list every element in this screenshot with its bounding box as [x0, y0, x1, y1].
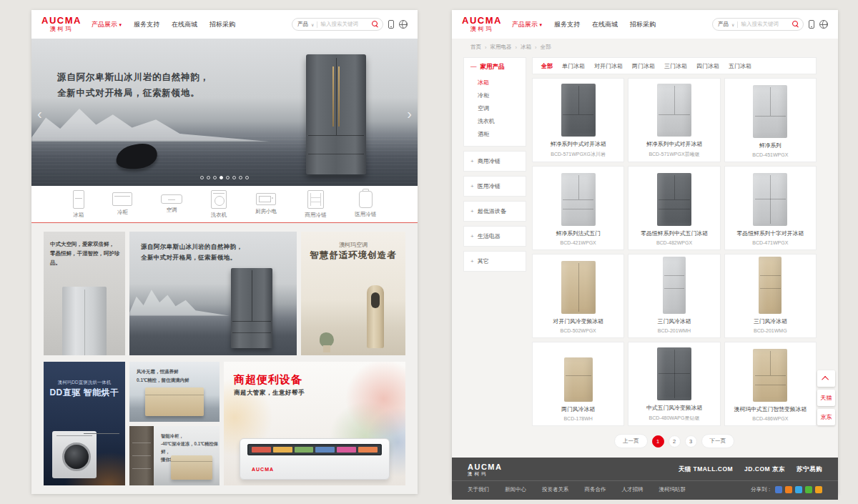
nav-products[interactable]: 产品展示 ▾	[92, 20, 122, 29]
mobile-icon[interactable]	[809, 20, 814, 29]
carousel-dot-active[interactable]	[220, 176, 223, 179]
breadcrumb-all[interactable]: 全部	[541, 44, 551, 51]
category-item-aircon[interactable]: 空调	[161, 194, 182, 214]
carousel-dot[interactable]	[200, 176, 204, 179]
back-to-top-button[interactable]	[817, 370, 835, 387]
footer-link-about[interactable]: 关于我们	[468, 486, 489, 493]
promo-tile-fridge-small[interactable]: 中式大空间，爱家双倍鲜， 零晶恒鲜，干湿智控，呵护珍品。	[44, 232, 125, 355]
aucma-logo[interactable]: AUCMA 澳柯玛	[462, 16, 502, 32]
page-2-button[interactable]: 2	[669, 435, 681, 448]
footer-link-news[interactable]: 新闻中心	[505, 486, 526, 493]
product-card[interactable]: 三门风冷冰箱 BCD-201WMG	[724, 254, 817, 338]
nav-support[interactable]: 服务支持	[554, 20, 580, 29]
promo-tile-freezer[interactable]: 风冷无霜，恒温养鲜 0.1℃精控，留住满满内鲜	[129, 362, 220, 422]
filter-all[interactable]: 全部	[541, 62, 553, 70]
product-card[interactable]: 三门风冷冰箱 BCD-201WMH	[628, 254, 720, 338]
promo-tile-fridge-wide[interactable]: 源自阿尔卑斯山冰川岩的自然神韵， 全新中式对开格局，征索新领地。	[129, 232, 297, 355]
category-item-washer[interactable]: 洗衣机	[211, 190, 227, 219]
footer-logo[interactable]: AUCMA 澳柯玛	[468, 463, 502, 476]
sidebar-group-ultralow[interactable]: +超低温设备	[463, 201, 526, 222]
breadcrumb-home[interactable]: 首页	[470, 44, 481, 51]
search-input[interactable]: 产品 ∨ 输入搜索关键词	[292, 18, 383, 31]
mobile-icon[interactable]	[388, 20, 394, 29]
category-item-commercial[interactable]: 商用冷链	[305, 190, 327, 219]
nav-products[interactable]: 产品展示 ▾	[512, 20, 542, 29]
page-1-button[interactable]: 1	[652, 435, 664, 448]
search-category-select[interactable]: 产品	[297, 21, 308, 28]
product-card[interactable]: 鲜净系列中式对开冰箱 BCD-571WPGXG冰川岩	[532, 78, 624, 162]
prev-page-button[interactable]: 上一页	[614, 434, 648, 448]
next-page-button[interactable]: 下一页	[701, 434, 735, 448]
tmall-store-link[interactable]: 天猫 TMALL.COM	[679, 465, 733, 474]
carousel-dot[interactable]	[232, 176, 236, 179]
category-item-fridge[interactable]: 冰箱	[73, 190, 84, 219]
footer-link-business[interactable]: 商务合作	[585, 486, 606, 493]
float-jd-link[interactable]: 京东	[817, 409, 835, 425]
product-card[interactable]: 鲜净系列 BCD-451WPGX	[724, 78, 817, 162]
jd-store-link[interactable]: JD.COM 京东	[744, 465, 785, 474]
product-card[interactable]: 澳柯玛中式五门智慧变频冰箱 BCD-486WPGX	[724, 342, 817, 426]
search-category-select[interactable]: 产品	[718, 21, 729, 28]
product-card[interactable]: 鲜净系列法式五门 BCD-421WPGX	[532, 166, 624, 250]
float-tmall-link[interactable]: 天猫	[817, 390, 835, 406]
sidebar-family-header[interactable]: —家用产品	[470, 63, 519, 71]
category-item-medical[interactable]: 医用冷链	[355, 191, 376, 218]
filter-side-by-side[interactable]: 对开门冰箱	[594, 62, 623, 70]
footer-link-investor[interactable]: 投资者关系	[542, 486, 569, 493]
carousel-next-button[interactable]: ›	[407, 107, 412, 121]
share-weibo-icon[interactable]	[775, 486, 782, 493]
sidebar-item-washer[interactable]: 洗衣机	[470, 114, 519, 127]
sidebar-item-freezer[interactable]: 冷柜	[470, 89, 519, 102]
carousel-dot[interactable]	[245, 176, 249, 179]
suning-store-link[interactable]: 苏宁易购	[797, 465, 822, 474]
sidebar-item-aircon[interactable]: 空调	[470, 102, 519, 114]
share-qq-icon[interactable]	[795, 486, 802, 493]
nav-mall[interactable]: 在线商城	[172, 20, 197, 29]
breadcrumb-fridge[interactable]: 冰箱	[521, 44, 531, 51]
filter-single-door[interactable]: 单门冰箱	[562, 62, 585, 70]
share-qzone-icon[interactable]	[785, 486, 792, 493]
footer-link-jobs[interactable]: 人才招聘	[622, 486, 644, 493]
product-card[interactable]: 中式五门风冷变频冰箱 BCD-480WAPG星钻银	[628, 342, 720, 426]
nav-support[interactable]: 服务支持	[134, 20, 159, 29]
product-card[interactable]: 鲜净系列中式对开冰箱 BCD-571WPGX晨曦银	[628, 78, 720, 162]
product-card[interactable]: 两门风冷冰箱 BCD-178WH	[532, 342, 624, 426]
sidebar-item-fridge[interactable]: 冰箱	[470, 76, 519, 89]
filter-two-door[interactable]: 两门冰箱	[632, 62, 655, 70]
sidebar-group-medical[interactable]: +医用冷链	[463, 176, 526, 197]
share-wechat-icon[interactable]	[805, 486, 812, 493]
page-3-button[interactable]: 3	[685, 435, 697, 448]
product-card[interactable]: 零晶恒鲜系列十字对开冰箱 BCD-471WPGX	[724, 166, 817, 250]
search-icon[interactable]	[792, 21, 799, 28]
carousel-prev-button[interactable]: ‹	[37, 107, 42, 121]
aucma-logo[interactable]: AUCMA 澳柯玛	[41, 16, 82, 32]
sidebar-group-other[interactable]: +其它	[463, 251, 526, 272]
hero-carousel[interactable]: 源自阿尔卑斯山冰川岩的自然神韵， 全新中式对开格局，征索新领地。 ‹ ›	[31, 39, 418, 186]
globe-icon[interactable]	[819, 20, 828, 29]
product-card[interactable]: 对开门风冷变频冰箱 BCD-502WPGX	[532, 254, 624, 338]
carousel-dot[interactable]	[239, 176, 242, 179]
nav-bidding[interactable]: 招标采购	[630, 20, 656, 29]
promo-tile-aircon[interactable]: 澳柯玛空调 智慧舒适环境创造者	[301, 232, 405, 355]
nav-bidding[interactable]: 招标采购	[209, 20, 235, 29]
category-item-kitchen[interactable]: 厨房小电	[255, 193, 277, 215]
carousel-dot[interactable]	[213, 176, 217, 179]
category-item-freezer[interactable]: 冷柜	[112, 192, 132, 216]
filter-four-door[interactable]: 四门冰箱	[696, 62, 719, 70]
sidebar-group-life[interactable]: +生活电器	[463, 226, 526, 247]
globe-icon[interactable]	[399, 20, 408, 29]
search-icon[interactable]	[372, 21, 379, 28]
footer-link-sites[interactable]: 澳柯玛站群	[659, 486, 686, 493]
filter-three-door[interactable]: 三门冰箱	[664, 62, 687, 70]
promo-tile-supermarket[interactable]: 商超便利设备 商超大管家，生意好帮手 AUCMA	[224, 362, 405, 485]
nav-mall[interactable]: 在线商城	[592, 20, 618, 29]
carousel-dot[interactable]	[226, 176, 230, 179]
search-input[interactable]: 产品 ∨ 输入搜索关键词	[712, 18, 804, 31]
sidebar-item-wine[interactable]: 酒柜	[470, 127, 519, 140]
promo-tile-smart-freezer[interactable]: 智能冷柜， -40℃深冷速冻，0.1℃精控保鲜， 懂你对高品质生活的追求。	[129, 426, 220, 486]
promo-tile-washer[interactable]: 澳柯玛DD直驱洗烘一体机 DD直驱 智能烘干	[44, 362, 125, 485]
share-renren-icon[interactable]	[815, 486, 822, 493]
product-card[interactable]: 零晶恒鲜系列中式五门冰箱 BCD-482WPGX	[628, 166, 720, 250]
breadcrumb-appliances[interactable]: 家用电器	[490, 44, 512, 51]
filter-five-door[interactable]: 五门冰箱	[729, 62, 751, 70]
